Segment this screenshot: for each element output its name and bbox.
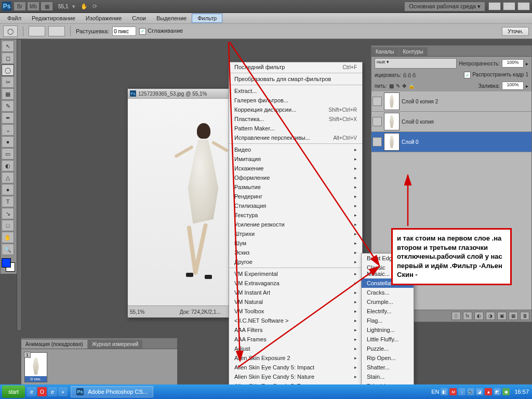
filter-item[interactable]: Искажение xyxy=(229,164,362,173)
tool-6[interactable]: ✒ xyxy=(2,112,14,124)
delete-layer-icon[interactable]: 🗑 xyxy=(520,312,529,320)
xenofex-item[interactable]: Stain... xyxy=(362,372,414,381)
filter-item[interactable]: VM Toolbox xyxy=(229,307,362,316)
tray-avira-icon[interactable]: ▲ xyxy=(485,388,492,395)
tool-1[interactable]: ◻ xyxy=(2,52,14,64)
xenofex-item[interactable]: Puzzle... xyxy=(362,344,414,353)
menu-файл[interactable]: Файл xyxy=(2,14,26,22)
bridge-button[interactable]: Br xyxy=(14,2,26,11)
filter-item[interactable]: Alien Skin Eye Candy 5: Nature xyxy=(229,372,362,381)
lock-transparency-icon[interactable]: ▦ xyxy=(389,83,394,89)
lock-pixels-icon[interactable]: ✎ xyxy=(396,83,400,89)
link-layers-icon[interactable]: ⬯ xyxy=(451,312,461,320)
tool-0[interactable]: ↖ xyxy=(2,41,14,52)
tool-10[interactable]: ◐ xyxy=(2,160,14,171)
filter-item[interactable]: < I.C.NET Software > xyxy=(229,316,362,325)
filter-item[interactable]: Штрихи xyxy=(229,229,362,238)
tool-4[interactable]: ▦ xyxy=(2,88,14,100)
quicklaunch-ie2-icon[interactable]: e xyxy=(48,387,57,396)
filter-item[interactable]: Коррекция дисторсии...Shift+Ctrl+R xyxy=(229,105,362,114)
filter-item[interactable]: Галерея фильтров... xyxy=(229,96,362,105)
filter-item[interactable]: Alien Skin Exposure 2 xyxy=(229,353,362,363)
filter-item[interactable]: Преобразовать для смарт-фильтров xyxy=(229,74,362,84)
filter-item[interactable]: Рендеринг xyxy=(229,192,362,201)
tool-15[interactable]: □ xyxy=(2,220,14,231)
filter-item[interactable]: VM Extravaganza xyxy=(229,278,362,288)
filter-item[interactable]: AAA Filters xyxy=(229,325,362,335)
new-layer-icon[interactable]: ▦ xyxy=(509,312,518,320)
language-indicator[interactable]: EN xyxy=(431,389,439,395)
tray-icon[interactable]: ◪ xyxy=(476,388,483,395)
screen-mode-button[interactable]: ▦ xyxy=(41,2,53,11)
tool-8[interactable]: ● xyxy=(2,136,14,148)
filter-item[interactable]: Alien Skin Eye Candy 5: Impact xyxy=(229,363,362,372)
quicklaunch-opera-icon[interactable]: O xyxy=(37,387,47,396)
blend-mode-select[interactable]: ные ▾ xyxy=(375,58,457,69)
tool-16[interactable]: ✋ xyxy=(2,232,14,243)
doc-size-footer[interactable]: Док: 724,2K/2,1... xyxy=(180,309,221,315)
tray-icon[interactable]: ◧ xyxy=(441,388,448,395)
layer-thumbnail[interactable] xyxy=(384,113,400,130)
tray-volume-icon[interactable]: 🔊 xyxy=(467,388,474,395)
layer-thumbnail[interactable] xyxy=(384,133,400,151)
menu-фильтр[interactable]: Фильтр xyxy=(192,14,222,23)
filter-item[interactable]: VM Instant Art xyxy=(229,288,362,297)
tool-13[interactable]: T xyxy=(2,196,14,207)
tool-9[interactable]: ▭ xyxy=(2,148,14,159)
xenofex-item[interactable]: Crumple... xyxy=(362,297,414,307)
visibility-toggle[interactable] xyxy=(373,117,382,126)
xenofex-item[interactable]: Lightning... xyxy=(362,325,414,335)
xenofex-item[interactable]: Flag... xyxy=(362,316,414,325)
menu-изображение[interactable]: Изображение xyxy=(81,14,127,22)
layer-row[interactable]: Слой 0 xyxy=(371,132,531,152)
tab-paths[interactable]: Контуры xyxy=(399,47,428,56)
xenofex-item[interactable]: Shatter... xyxy=(362,363,414,372)
tool-14[interactable]: ↘ xyxy=(2,208,14,219)
taskbar-clock[interactable]: 16:57 xyxy=(514,389,529,395)
filter-item[interactable]: Усиление резкости xyxy=(229,220,362,229)
filter-item[interactable]: Размытие xyxy=(229,182,362,192)
adjustment-layer-icon[interactable]: ◑ xyxy=(486,312,495,320)
filter-item[interactable]: AAA Frames xyxy=(229,335,362,344)
filter-item[interactable]: Исправление перспективы...Alt+Ctrl+V xyxy=(229,133,362,142)
filter-item[interactable]: Пластика...Shift+Ctrl+X xyxy=(229,114,362,124)
tray-m-icon[interactable]: M xyxy=(449,388,457,395)
filter-item[interactable]: Шум xyxy=(229,238,362,248)
tab-measurement-log[interactable]: Журнал измерений xyxy=(88,340,143,349)
lock-position-icon[interactable]: ✥ xyxy=(402,83,406,89)
foreground-swatch[interactable] xyxy=(2,258,11,268)
taskbar-app-photoshop[interactable]: Ps Adobe Photoshop CS... xyxy=(71,386,153,397)
antialias-checkbox[interactable]: ✓ xyxy=(139,28,146,35)
layer-row[interactable]: Слой 0 копия xyxy=(371,112,531,132)
propagate-checkbox[interactable]: ✓ xyxy=(464,72,471,78)
tab-animation[interactable]: Анимация (покадровая) xyxy=(21,340,87,349)
filter-item[interactable]: VM Experimental xyxy=(229,269,362,278)
menu-редактирование[interactable]: Редактирование xyxy=(26,14,81,22)
filter-item[interactable]: Оформление xyxy=(229,173,362,182)
fill-input[interactable]: 100% xyxy=(502,82,524,90)
tool-5[interactable]: ✎ xyxy=(2,100,14,112)
layer-group-icon[interactable]: ▣ xyxy=(497,312,507,320)
opacity-input[interactable]: 100% xyxy=(502,59,524,68)
filter-item[interactable]: Adjust xyxy=(229,344,362,353)
minimize-button[interactable]: — xyxy=(488,2,501,10)
filter-item[interactable]: Видео xyxy=(229,145,362,154)
layer-mask-icon[interactable]: ◐ xyxy=(474,312,484,320)
tray-nvidia-icon[interactable]: ◉ xyxy=(502,388,510,395)
selection-mode-buttons[interactable] xyxy=(29,26,45,36)
color-swatches[interactable] xyxy=(2,258,16,273)
quicklaunch-expand-icon[interactable]: » xyxy=(58,387,68,396)
xenofex-item[interactable]: Cracks... xyxy=(362,288,414,297)
tab-channels[interactable]: Каналы xyxy=(371,47,398,56)
tool-11[interactable]: △ xyxy=(2,172,14,183)
tray-icon[interactable]: ↓ xyxy=(458,388,466,395)
mb-button[interactable]: Mb xyxy=(27,2,39,11)
filter-item[interactable]: Текстура xyxy=(229,210,362,220)
layer-thumbnail[interactable] xyxy=(384,92,400,110)
close-button[interactable]: ✕ xyxy=(517,2,530,10)
filter-item[interactable]: VM Natural xyxy=(229,297,362,307)
tool-7[interactable]: ⌄ xyxy=(2,124,14,136)
xenofex-item[interactable]: Little Fluffy... xyxy=(362,335,414,344)
filter-item[interactable]: Имитация xyxy=(229,154,362,164)
maximize-button[interactable]: ▭ xyxy=(503,2,515,10)
